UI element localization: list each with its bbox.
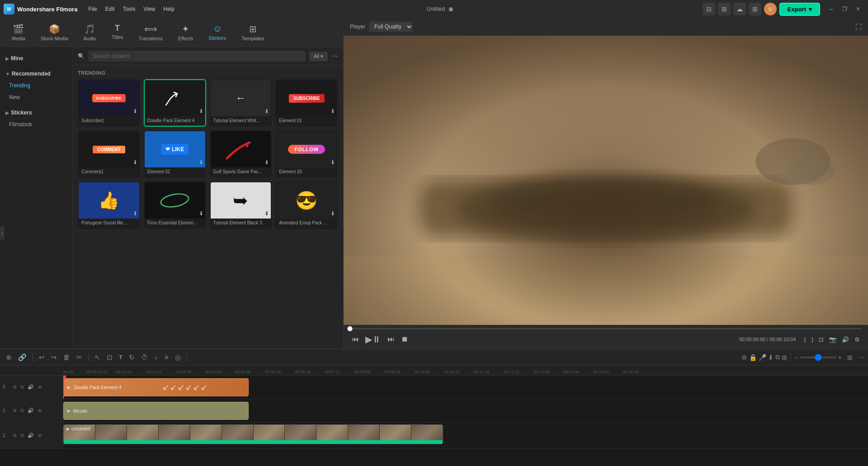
sidebar-mine-header[interactable]: ▶ Mine <box>0 52 72 64</box>
mark-in-button[interactable]: { <box>802 335 807 344</box>
grid-view-button[interactable]: ⊞ <box>847 354 853 361</box>
zoom-slider[interactable] <box>800 357 836 358</box>
more-timeline-button[interactable]: ⋯ <box>858 354 864 361</box>
minimize-button[interactable]: ─ <box>825 3 837 15</box>
nav-audio[interactable]: 🎵 Audio <box>77 21 103 44</box>
sticker-element20[interactable]: FOLLOW ⬇ Element 20 <box>275 130 338 178</box>
snap-button[interactable]: 🔒 <box>749 354 757 361</box>
download-icon-element20[interactable]: ⬇ <box>330 159 335 166</box>
zoom-plus[interactable]: + <box>838 354 842 361</box>
nav-effects[interactable]: ✦ Effects <box>172 21 199 44</box>
menu-help[interactable]: Help <box>160 5 178 14</box>
sticker-portuguese[interactable]: 👍 ⬇ Portugese Social Me... <box>78 181 140 229</box>
track1-copy-icon[interactable]: ⧉ <box>19 432 25 439</box>
menu-edit[interactable]: Edit <box>102 5 118 14</box>
sidebar-item-new[interactable]: New <box>0 91 72 103</box>
sidebar-item-trending[interactable]: Trending <box>0 80 72 91</box>
track2-copy-icon[interactable]: ⧉ <box>19 407 25 414</box>
nav-titles[interactable]: T Titles <box>105 21 130 44</box>
sticker-tutorial-white[interactable]: ← ⬇ Tutorial Element Whit... <box>210 79 272 127</box>
download-icon-portuguese[interactable]: ⬇ <box>133 210 137 217</box>
sticker-golf[interactable]: ⬇ Golf Sports Game Pac... <box>210 130 272 178</box>
user-icon[interactable]: U <box>764 3 777 15</box>
split-view-icon[interactable]: ⊞ <box>718 3 731 15</box>
step-back-button[interactable]: ⏮ <box>350 334 361 344</box>
track2-audio-icon[interactable]: 🔊 <box>27 407 35 414</box>
download-icon-golf[interactable]: ⬇ <box>264 159 269 166</box>
download-icon-fimo[interactable]: ⬇ <box>199 210 203 217</box>
quality-select[interactable]: Full Quality 1/2 1/4 <box>369 22 413 32</box>
download-icon-doodle[interactable]: ⬇ <box>199 108 203 114</box>
maximize-button[interactable]: ❐ <box>838 3 851 15</box>
video-clip[interactable]: ▶ unnamed <box>63 424 443 444</box>
magic-button[interactable]: ⧉ <box>775 353 780 361</box>
cloud-icon[interactable]: ☁ <box>733 3 746 15</box>
keyframe-tool[interactable]: ⬦ <box>152 352 160 363</box>
sticker-element02[interactable]: ❤ LIKE ⬇ Element 02 <box>144 130 206 178</box>
export-button[interactable]: Export ▾ <box>779 3 820 16</box>
nav-media[interactable]: 🎬 Media <box>5 21 32 44</box>
sticker-element01[interactable]: SUBSCRIBE ⬇ Element 01 <box>275 79 338 127</box>
select-tool[interactable]: ↖ <box>92 352 103 363</box>
mosaic-clip[interactable]: ▶ Mosaic <box>63 402 249 420</box>
sticker-doodle-pack-4[interactable]: ⬇ Doodle Pack Element 4 <box>144 79 206 127</box>
download-icon-tutorial-white[interactable]: ⬇ <box>264 108 269 114</box>
menu-file[interactable]: File <box>85 5 100 14</box>
track2-eye-icon[interactable]: 👁 <box>37 407 43 414</box>
undo-button[interactable]: ↩ <box>37 352 47 363</box>
download-icon-comment1[interactable]: ⬇ <box>133 159 137 166</box>
download-icon-animated-emoji[interactable]: ⬇ <box>330 210 335 217</box>
track3-eye-icon[interactable]: 👁 <box>37 384 43 391</box>
volume-button[interactable]: 🔊 <box>840 335 851 344</box>
add-media-button[interactable]: ⊕ <box>4 352 14 363</box>
sticker-fimo[interactable]: ⬇ Fimo Essential Elemen... <box>144 181 206 229</box>
track2-add-icon[interactable]: ⊕ <box>12 407 18 414</box>
track1-audio-icon[interactable]: 🔊 <box>27 432 35 439</box>
split-button[interactable]: ⬇ <box>768 354 774 361</box>
eq-tool[interactable]: ≡ <box>162 352 171 363</box>
track1-eye-icon[interactable]: 👁 <box>37 432 43 439</box>
nav-templates[interactable]: ⊞ Templates <box>235 21 270 44</box>
step-forward-button[interactable]: ⏭ <box>386 334 396 344</box>
zoom-out-button[interactable]: ⚙ <box>741 354 747 361</box>
playhead-dot[interactable] <box>348 326 353 331</box>
mark-out-button[interactable]: } <box>810 335 815 344</box>
redo-button[interactable]: ↪ <box>49 352 59 363</box>
search-input[interactable] <box>88 51 306 62</box>
sticker-clip[interactable]: ▶ Doodle Pack Element 4 ↙ ↙ ↙ ↙ ↙ ↙ <box>63 378 249 396</box>
ripple-tool[interactable]: ◎ <box>173 352 183 363</box>
download-icon-element02[interactable]: ⬇ <box>199 159 203 166</box>
sidebar-item-filmstock[interactable]: Filmstock <box>0 119 72 130</box>
download-icon-tutorial-black[interactable]: ⬇ <box>264 210 269 217</box>
delete-button[interactable]: 🗑 <box>61 352 72 363</box>
download-icon-element01[interactable]: ⬇ <box>330 108 335 114</box>
collapse-panel-button[interactable]: ‹ <box>0 226 5 240</box>
playback-slider[interactable] <box>350 328 862 329</box>
text-tool[interactable]: T <box>117 352 125 362</box>
track3-copy-icon[interactable]: ⧉ <box>19 383 25 391</box>
snapshot-button[interactable]: 📷 <box>827 335 838 344</box>
nav-transitions[interactable]: ⟺ Transitions <box>132 21 169 44</box>
stop-button[interactable]: ⏹ <box>399 334 410 344</box>
filter-dropdown[interactable]: All ▾ <box>309 52 328 61</box>
track3-add-icon[interactable]: ⊕ <box>12 383 18 391</box>
settings-button[interactable]: ⚙ <box>853 335 862 344</box>
crop-tool[interactable]: ⊡ <box>104 352 115 363</box>
more-options-button[interactable]: ⋯ <box>331 52 338 60</box>
link-button[interactable]: 🔗 <box>16 352 29 363</box>
sticker-tutorial-black[interactable]: ➥ ⬇ Tutorial Element Black 3 <box>210 181 272 229</box>
zoom-fit-button[interactable]: ⊡ <box>817 335 826 344</box>
layer-button[interactable]: ⊞ <box>782 354 787 361</box>
rotate-tool[interactable]: ↻ <box>127 352 137 363</box>
download-icon-subscribe1[interactable]: ⬇ <box>133 108 137 114</box>
fullscreen-button[interactable]: ⛶ <box>855 23 862 30</box>
cut-button[interactable]: ✂ <box>74 352 85 363</box>
sidebar-recommended-header[interactable]: ▼ Recommended <box>0 68 72 80</box>
close-button[interactable]: ✕ <box>852 3 864 15</box>
menu-view[interactable]: View <box>140 5 159 14</box>
zoom-minus[interactable]: − <box>795 354 798 361</box>
apps-icon[interactable]: ⊞ <box>749 3 761 15</box>
track1-add-icon[interactable]: ⊕ <box>12 432 18 439</box>
menu-tools[interactable]: Tools <box>119 5 139 14</box>
sidebar-stickers-header[interactable]: ▶ Stickers <box>0 107 72 119</box>
